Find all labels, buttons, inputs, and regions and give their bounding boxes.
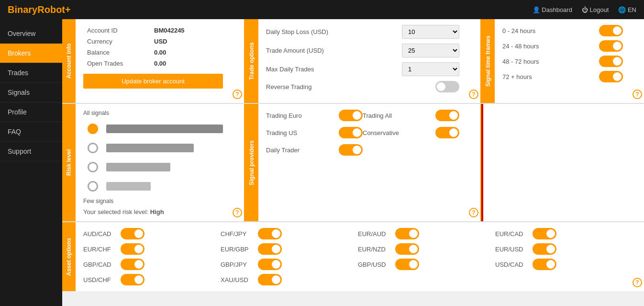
currency-value: USD xyxy=(150,36,223,47)
asset-options-help: ? xyxy=(631,222,644,291)
sp-row-trading-us: Trading US xyxy=(266,127,363,138)
max-daily-trades-select[interactable]: 12510 xyxy=(402,62,459,76)
asset-cell-eur-cad: EUR/CAD xyxy=(495,228,623,239)
help-icon[interactable]: ? xyxy=(469,208,478,217)
eur-usd-toggle[interactable] xyxy=(533,243,556,255)
eur-cad-toggle[interactable] xyxy=(533,228,556,239)
daily-stop-loss-select[interactable]: 10203050 xyxy=(402,25,459,39)
sidebar-item-signals[interactable]: Signals xyxy=(0,83,62,102)
trade-amount-select[interactable]: 2550100 xyxy=(402,44,459,57)
trading-us-toggle[interactable] xyxy=(339,127,363,138)
usd-chf-toggle[interactable] xyxy=(121,274,144,285)
help-icon[interactable]: ? xyxy=(233,90,242,99)
asset-cell-eur-nzd: EUR/NZD xyxy=(358,243,486,255)
account-info-label: Account info xyxy=(62,19,76,103)
gbp-cad-toggle[interactable] xyxy=(121,259,144,270)
nav-right: 👤 Dashboard ⏻ Logout 🌐 EN xyxy=(533,6,636,13)
asset-name-gbp-usd: GBP/USD xyxy=(358,261,391,268)
risk-circle-med-low[interactable] xyxy=(88,162,98,172)
update-broker-button[interactable]: Update broker account xyxy=(83,74,223,89)
sidebar-item-overview[interactable]: Overview xyxy=(0,24,62,44)
open-trades-label: Open Trades xyxy=(83,58,150,69)
risk-bar-1 xyxy=(106,125,223,133)
eur-chf-toggle[interactable] xyxy=(121,243,144,255)
sidebar: Overview Brokers Trades Signals Profile … xyxy=(0,19,62,306)
asset-cell-usd-cad: USD/CAD xyxy=(495,259,623,270)
trading-all-toggle[interactable] xyxy=(435,110,459,121)
sidebar-item-support[interactable]: Support xyxy=(0,142,62,161)
risk-level-help: ? xyxy=(231,104,244,221)
gbp-usd-toggle[interactable] xyxy=(395,259,419,270)
asset-name-eur-chf: EUR/CHF xyxy=(83,246,117,253)
help-icon[interactable]: ? xyxy=(469,90,478,99)
help-icon[interactable]: ? xyxy=(233,208,242,217)
usd-cad-toggle[interactable] xyxy=(533,259,556,270)
conservative-label: Conservative xyxy=(363,129,435,136)
stf-toggle-4[interactable] xyxy=(599,71,623,82)
table-row: Open Trades 0.00 xyxy=(83,58,223,69)
stf-toggle-1[interactable] xyxy=(599,25,623,36)
asset-name-chf-jpy: CHF/JPY xyxy=(221,230,254,238)
help-icon[interactable]: ? xyxy=(633,90,642,99)
asset-cell-gbp-usd: GBP/USD xyxy=(358,259,486,270)
asset-name-usd-cad: USD/CAD xyxy=(495,261,529,268)
conservative-toggle[interactable] xyxy=(435,127,459,138)
sp-row-trading-euro: Trading Euro xyxy=(266,110,363,121)
account-id-label: Account ID xyxy=(83,25,150,36)
table-row: Account ID BM042245 xyxy=(83,25,223,36)
risk-bottom-label: Few signals xyxy=(83,198,223,204)
trade-options-help: ? xyxy=(467,19,480,103)
dashboard-link[interactable]: 👤 Dashboard xyxy=(533,6,572,13)
asset-options-body: AUD/CAD EUR/CHF GBP/CAD USD/CHF xyxy=(76,222,631,291)
asset-col-4: EUR/CAD EUR/USD USD/CAD xyxy=(495,228,623,285)
stf-toggle-3[interactable] xyxy=(599,56,623,67)
reverse-trading-toggle[interactable] xyxy=(435,81,459,92)
stf-toggle-2[interactable] xyxy=(599,40,623,52)
trading-euro-toggle[interactable] xyxy=(339,110,363,121)
middle-panel-row: Risk level All signals xyxy=(62,104,644,222)
reverse-trading-slider xyxy=(435,81,459,92)
table-row: Balance 0.00 xyxy=(83,47,223,58)
daily-trader-toggle[interactable] xyxy=(339,144,363,156)
gbp-jpy-toggle[interactable] xyxy=(258,259,282,270)
sidebar-item-faq[interactable]: FAQ xyxy=(0,122,62,142)
asset-grid: AUD/CAD EUR/CHF GBP/CAD USD/CHF xyxy=(83,226,623,287)
sidebar-item-profile[interactable]: Profile xyxy=(0,102,62,122)
asset-cell-eur-usd: EUR/USD xyxy=(495,243,623,255)
stf-row-1: 0 - 24 hours xyxy=(502,25,623,36)
eur-gbp-toggle[interactable] xyxy=(258,243,282,255)
logout-link[interactable]: ⏻ Logout xyxy=(582,6,609,13)
asset-name-eur-nzd: EUR/NZD xyxy=(358,246,391,253)
chf-jpy-toggle[interactable] xyxy=(258,228,282,239)
sp-row-trading-all: Trading All xyxy=(363,110,459,121)
sidebar-item-brokers[interactable]: Brokers xyxy=(0,44,62,63)
risk-circle-high[interactable] xyxy=(88,124,98,134)
daily-stop-loss-label: Daily Stop Loss (USD) xyxy=(266,28,402,35)
trading-euro-label: Trading Euro xyxy=(266,112,339,119)
asset-name-xau-usd: XAU/USD xyxy=(221,276,254,283)
eur-aud-toggle[interactable] xyxy=(395,228,419,239)
risk-bars-container xyxy=(102,119,223,196)
trade-options-body: Daily Stop Loss (USD) 10203050 Trade Amo… xyxy=(258,19,467,103)
sidebar-item-trades[interactable]: Trades xyxy=(0,63,62,83)
aud-cad-toggle[interactable] xyxy=(121,228,144,239)
risk-level-label: Risk level xyxy=(62,104,76,221)
risk-circle-med-high[interactable] xyxy=(88,143,98,153)
language-link[interactable]: 🌐 EN xyxy=(618,6,636,13)
asset-col-3: EUR/AUD EUR/NZD GBP/USD xyxy=(358,228,486,285)
xau-usd-toggle[interactable] xyxy=(258,274,282,285)
asset-name-gbp-jpy: GBP/JPY xyxy=(221,261,254,268)
stf-row-3: 48 - 72 hours xyxy=(502,56,623,67)
risk-circle-low[interactable] xyxy=(88,181,98,192)
currency-label: Currency xyxy=(83,36,150,47)
trade-options-label: Trade options xyxy=(245,19,258,103)
stf-help: ? xyxy=(631,19,644,103)
eur-nzd-toggle[interactable] xyxy=(395,243,419,255)
stf-label-1: 0 - 24 hours xyxy=(502,27,599,34)
stf-label-2: 24 - 48 hours xyxy=(502,43,599,50)
signal-providers-panel: Signal providers Trading Euro Trading US xyxy=(245,104,480,221)
reverse-trading-label: Reverse Trading xyxy=(266,83,435,91)
asset-name-eur-gbp: EUR/GBP xyxy=(221,246,254,253)
risk-selected-bold: High xyxy=(150,208,164,215)
help-icon[interactable]: ? xyxy=(633,278,642,287)
